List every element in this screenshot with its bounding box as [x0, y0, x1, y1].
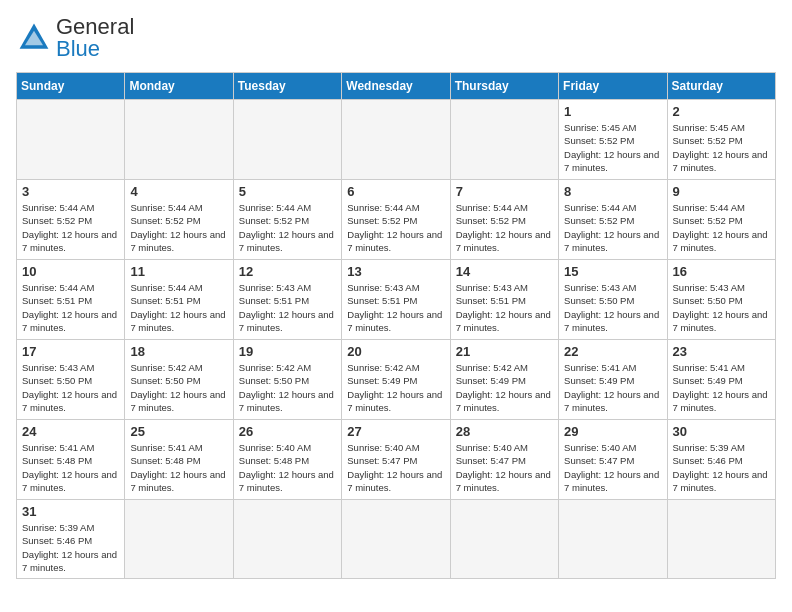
calendar-cell: 23Sunrise: 5:41 AM Sunset: 5:49 PM Dayli…	[667, 340, 775, 420]
day-number: 17	[22, 344, 119, 359]
calendar-cell: 7Sunrise: 5:44 AM Sunset: 5:52 PM Daylig…	[450, 180, 558, 260]
logo-icon	[16, 20, 52, 56]
day-number: 19	[239, 344, 336, 359]
calendar-cell	[125, 500, 233, 579]
calendar-cell	[450, 100, 558, 180]
day-number: 8	[564, 184, 661, 199]
day-info: Sunrise: 5:40 AM Sunset: 5:47 PM Dayligh…	[456, 441, 553, 494]
calendar-cell: 31Sunrise: 5:39 AM Sunset: 5:46 PM Dayli…	[17, 500, 125, 579]
day-number: 2	[673, 104, 770, 119]
day-number: 31	[22, 504, 119, 519]
day-info: Sunrise: 5:44 AM Sunset: 5:52 PM Dayligh…	[456, 201, 553, 254]
calendar-cell	[342, 500, 450, 579]
calendar-cell: 24Sunrise: 5:41 AM Sunset: 5:48 PM Dayli…	[17, 420, 125, 500]
column-header-sunday: Sunday	[17, 73, 125, 100]
calendar-cell: 5Sunrise: 5:44 AM Sunset: 5:52 PM Daylig…	[233, 180, 341, 260]
day-info: Sunrise: 5:44 AM Sunset: 5:51 PM Dayligh…	[22, 281, 119, 334]
calendar-cell: 8Sunrise: 5:44 AM Sunset: 5:52 PM Daylig…	[559, 180, 667, 260]
calendar-cell: 11Sunrise: 5:44 AM Sunset: 5:51 PM Dayli…	[125, 260, 233, 340]
calendar-cell: 20Sunrise: 5:42 AM Sunset: 5:49 PM Dayli…	[342, 340, 450, 420]
day-number: 6	[347, 184, 444, 199]
calendar-cell: 13Sunrise: 5:43 AM Sunset: 5:51 PM Dayli…	[342, 260, 450, 340]
day-info: Sunrise: 5:40 AM Sunset: 5:47 PM Dayligh…	[347, 441, 444, 494]
calendar-cell: 2Sunrise: 5:45 AM Sunset: 5:52 PM Daylig…	[667, 100, 775, 180]
calendar-cell: 17Sunrise: 5:43 AM Sunset: 5:50 PM Dayli…	[17, 340, 125, 420]
day-info: Sunrise: 5:42 AM Sunset: 5:49 PM Dayligh…	[347, 361, 444, 414]
column-header-monday: Monday	[125, 73, 233, 100]
day-info: Sunrise: 5:44 AM Sunset: 5:52 PM Dayligh…	[673, 201, 770, 254]
day-number: 23	[673, 344, 770, 359]
calendar-cell: 19Sunrise: 5:42 AM Sunset: 5:50 PM Dayli…	[233, 340, 341, 420]
calendar-cell: 14Sunrise: 5:43 AM Sunset: 5:51 PM Dayli…	[450, 260, 558, 340]
calendar-cell	[233, 500, 341, 579]
calendar-cell	[559, 500, 667, 579]
day-info: Sunrise: 5:45 AM Sunset: 5:52 PM Dayligh…	[564, 121, 661, 174]
day-info: Sunrise: 5:43 AM Sunset: 5:50 PM Dayligh…	[673, 281, 770, 334]
day-info: Sunrise: 5:44 AM Sunset: 5:52 PM Dayligh…	[130, 201, 227, 254]
day-number: 10	[22, 264, 119, 279]
calendar-table: SundayMondayTuesdayWednesdayThursdayFrid…	[16, 72, 776, 579]
calendar-cell: 12Sunrise: 5:43 AM Sunset: 5:51 PM Dayli…	[233, 260, 341, 340]
day-number: 3	[22, 184, 119, 199]
day-info: Sunrise: 5:39 AM Sunset: 5:46 PM Dayligh…	[673, 441, 770, 494]
calendar-cell: 10Sunrise: 5:44 AM Sunset: 5:51 PM Dayli…	[17, 260, 125, 340]
day-info: Sunrise: 5:43 AM Sunset: 5:51 PM Dayligh…	[239, 281, 336, 334]
calendar-cell: 29Sunrise: 5:40 AM Sunset: 5:47 PM Dayli…	[559, 420, 667, 500]
logo: GeneralBlue	[16, 16, 134, 60]
calendar-cell	[17, 100, 125, 180]
logo-text: GeneralBlue	[56, 16, 134, 60]
day-number: 11	[130, 264, 227, 279]
day-number: 24	[22, 424, 119, 439]
calendar-cell	[667, 500, 775, 579]
day-number: 21	[456, 344, 553, 359]
calendar-cell: 26Sunrise: 5:40 AM Sunset: 5:48 PM Dayli…	[233, 420, 341, 500]
day-info: Sunrise: 5:43 AM Sunset: 5:51 PM Dayligh…	[347, 281, 444, 334]
day-number: 26	[239, 424, 336, 439]
calendar-cell: 15Sunrise: 5:43 AM Sunset: 5:50 PM Dayli…	[559, 260, 667, 340]
calendar-cell: 3Sunrise: 5:44 AM Sunset: 5:52 PM Daylig…	[17, 180, 125, 260]
calendar-cell: 4Sunrise: 5:44 AM Sunset: 5:52 PM Daylig…	[125, 180, 233, 260]
calendar-header: GeneralBlue	[16, 16, 776, 60]
day-info: Sunrise: 5:44 AM Sunset: 5:51 PM Dayligh…	[130, 281, 227, 334]
day-info: Sunrise: 5:43 AM Sunset: 5:50 PM Dayligh…	[564, 281, 661, 334]
day-info: Sunrise: 5:44 AM Sunset: 5:52 PM Dayligh…	[347, 201, 444, 254]
column-header-saturday: Saturday	[667, 73, 775, 100]
day-info: Sunrise: 5:43 AM Sunset: 5:51 PM Dayligh…	[456, 281, 553, 334]
column-header-wednesday: Wednesday	[342, 73, 450, 100]
calendar-cell: 21Sunrise: 5:42 AM Sunset: 5:49 PM Dayli…	[450, 340, 558, 420]
day-number: 4	[130, 184, 227, 199]
calendar-cell: 30Sunrise: 5:39 AM Sunset: 5:46 PM Dayli…	[667, 420, 775, 500]
day-info: Sunrise: 5:41 AM Sunset: 5:49 PM Dayligh…	[564, 361, 661, 414]
day-info: Sunrise: 5:41 AM Sunset: 5:48 PM Dayligh…	[22, 441, 119, 494]
calendar-cell: 9Sunrise: 5:44 AM Sunset: 5:52 PM Daylig…	[667, 180, 775, 260]
calendar-cell: 6Sunrise: 5:44 AM Sunset: 5:52 PM Daylig…	[342, 180, 450, 260]
column-header-thursday: Thursday	[450, 73, 558, 100]
day-info: Sunrise: 5:42 AM Sunset: 5:49 PM Dayligh…	[456, 361, 553, 414]
calendar-cell: 28Sunrise: 5:40 AM Sunset: 5:47 PM Dayli…	[450, 420, 558, 500]
calendar-cell: 16Sunrise: 5:43 AM Sunset: 5:50 PM Dayli…	[667, 260, 775, 340]
day-number: 16	[673, 264, 770, 279]
calendar-cell: 1Sunrise: 5:45 AM Sunset: 5:52 PM Daylig…	[559, 100, 667, 180]
column-header-friday: Friday	[559, 73, 667, 100]
day-number: 18	[130, 344, 227, 359]
day-info: Sunrise: 5:43 AM Sunset: 5:50 PM Dayligh…	[22, 361, 119, 414]
day-info: Sunrise: 5:40 AM Sunset: 5:47 PM Dayligh…	[564, 441, 661, 494]
day-info: Sunrise: 5:45 AM Sunset: 5:52 PM Dayligh…	[673, 121, 770, 174]
calendar-cell	[450, 500, 558, 579]
day-number: 12	[239, 264, 336, 279]
day-info: Sunrise: 5:41 AM Sunset: 5:48 PM Dayligh…	[130, 441, 227, 494]
day-info: Sunrise: 5:44 AM Sunset: 5:52 PM Dayligh…	[22, 201, 119, 254]
day-number: 30	[673, 424, 770, 439]
day-number: 15	[564, 264, 661, 279]
calendar-cell: 27Sunrise: 5:40 AM Sunset: 5:47 PM Dayli…	[342, 420, 450, 500]
day-info: Sunrise: 5:42 AM Sunset: 5:50 PM Dayligh…	[130, 361, 227, 414]
day-number: 27	[347, 424, 444, 439]
day-info: Sunrise: 5:42 AM Sunset: 5:50 PM Dayligh…	[239, 361, 336, 414]
calendar-cell	[342, 100, 450, 180]
day-info: Sunrise: 5:44 AM Sunset: 5:52 PM Dayligh…	[564, 201, 661, 254]
calendar-cell: 22Sunrise: 5:41 AM Sunset: 5:49 PM Dayli…	[559, 340, 667, 420]
day-number: 25	[130, 424, 227, 439]
calendar-cell: 25Sunrise: 5:41 AM Sunset: 5:48 PM Dayli…	[125, 420, 233, 500]
column-header-tuesday: Tuesday	[233, 73, 341, 100]
day-number: 7	[456, 184, 553, 199]
